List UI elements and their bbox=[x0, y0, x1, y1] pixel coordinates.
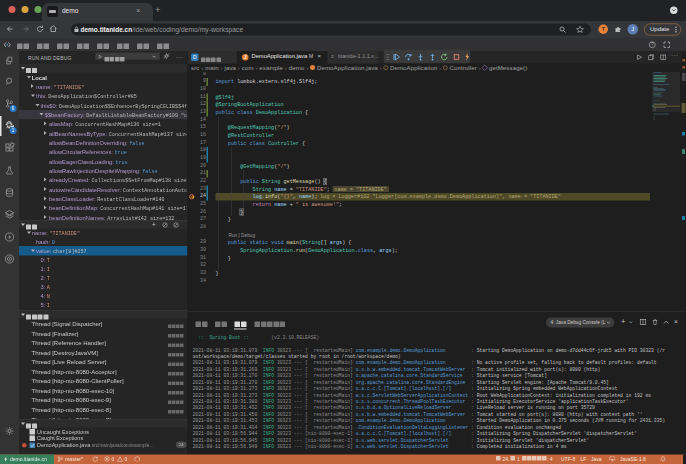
svg-text:?: ? bbox=[651, 42, 654, 47]
